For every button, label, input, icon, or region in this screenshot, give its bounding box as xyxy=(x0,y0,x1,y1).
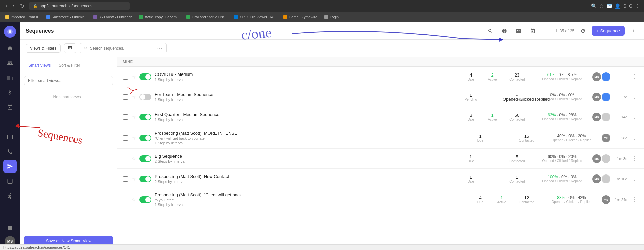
sequence-stats: 1 Due 15 Contacted 40% · 0% · 20% xyxy=(474,134,598,142)
row-checkbox[interactable] xyxy=(123,94,128,100)
calendar-button[interactable] xyxy=(527,26,538,36)
bookmark-imported[interactable]: Imported From IE xyxy=(3,14,42,20)
sidebar-item-deals[interactable] xyxy=(3,86,17,99)
sequence-toggle[interactable] xyxy=(139,155,151,162)
sequence-toggle[interactable] xyxy=(139,196,151,203)
row-checkbox[interactable] xyxy=(123,135,128,141)
search-box[interactable]: ⋯ xyxy=(80,43,167,53)
bookmark-360view[interactable]: 360 View - Outreach xyxy=(91,14,135,20)
row-star-icon[interactable]: ☆ xyxy=(132,74,136,80)
sequence-name[interactable]: Prospecting (Matt Scott): "Client will g… xyxy=(155,192,470,197)
extension-icon[interactable]: 📧 xyxy=(606,3,612,9)
back-button[interactable]: ‹ xyxy=(4,2,9,10)
sequence-menu[interactable]: ⋮ xyxy=(631,94,639,100)
sidebar-item-sequences[interactable] xyxy=(3,160,17,173)
refresh-button[interactable] xyxy=(578,26,588,36)
sequence-menu[interactable]: ⋮ xyxy=(631,176,639,182)
sequence-name[interactable]: Big Sequence xyxy=(155,154,461,159)
sequence-time: 1m 3d xyxy=(614,157,627,161)
address-bar[interactable]: 🔒 app2a.outreach.io/sequences xyxy=(29,2,130,10)
stat-due: 1 Pending xyxy=(464,93,478,101)
search-input[interactable] xyxy=(90,46,155,51)
bookmark-xlsx[interactable]: XLSX File viewer | M... xyxy=(231,14,279,20)
bookmark-icon-login xyxy=(324,15,328,19)
reload-button[interactable]: ↻ xyxy=(18,2,26,10)
sequence-toggle[interactable] xyxy=(139,94,151,100)
mail-button[interactable] xyxy=(513,26,524,36)
menu-icon[interactable]: ⋮ xyxy=(635,3,640,9)
sidebar-item-monitor[interactable] xyxy=(3,130,17,144)
row-checkbox[interactable] xyxy=(123,156,128,161)
row-star-icon[interactable]: ☆ xyxy=(132,156,136,161)
search-button[interactable] xyxy=(485,26,496,36)
grid-view-button[interactable] xyxy=(64,43,76,53)
bookmark-zymewire[interactable]: Home | Zymewire xyxy=(281,14,320,20)
stat-due: 8 Due xyxy=(464,113,478,121)
sidebar-item-snippets[interactable] xyxy=(3,189,17,203)
row-star-icon[interactable]: ☆ xyxy=(132,114,136,120)
row-star-icon[interactable]: ☆ xyxy=(132,197,136,202)
sequence-name[interactable]: Prospecting (Matt Scott): New Contact xyxy=(155,174,461,179)
avatar-ms: MS xyxy=(592,93,601,101)
bookmark-static[interactable]: static_copy_Decem... xyxy=(136,14,182,20)
stat-contacted: 5 Contacted xyxy=(507,154,527,163)
tab-smart-views[interactable]: Smart Views xyxy=(24,61,55,70)
row-star-icon[interactable]: ☆ xyxy=(132,176,136,182)
help-button[interactable] xyxy=(499,26,510,36)
bookmark-icon-xlsx xyxy=(234,15,238,19)
row-checkbox[interactable] xyxy=(123,74,128,80)
sequence-menu[interactable]: ⋮ xyxy=(631,114,639,120)
sequence-toggle[interactable] xyxy=(139,135,151,141)
sequence-stats: 1 Due 5 Contacted 60% · 0% · 20% Open xyxy=(464,154,589,163)
row-checkbox[interactable] xyxy=(123,176,128,182)
sequence-name[interactable]: For Team - Medium Sequence xyxy=(155,92,461,97)
bookmark-login[interactable]: Login xyxy=(321,14,341,20)
sequence-name[interactable]: Prospecting (Matt Scott): MORE INTENSE xyxy=(155,131,470,136)
browser-bar: ‹ › ↻ 🔒 app2a.outreach.io/sequences 🔍 ☆ … xyxy=(0,0,644,12)
sequence-menu[interactable]: ⋮ xyxy=(631,196,639,203)
sequence-menu[interactable]: ⋮ xyxy=(631,135,639,141)
search-icon[interactable]: 🔍 xyxy=(591,3,597,9)
sequence-toggle[interactable] xyxy=(139,114,151,120)
row-checkbox[interactable] xyxy=(123,114,128,120)
browser-nav[interactable]: ‹ › ↻ xyxy=(4,2,26,10)
new-sequence-button[interactable]: + Sequence xyxy=(592,26,625,36)
sequence-menu[interactable]: ⋮ xyxy=(631,155,639,162)
bookmark-icon[interactable]: ☆ xyxy=(599,3,604,9)
skype-icon[interactable]: S xyxy=(623,3,626,9)
settings-button[interactable] xyxy=(541,26,552,36)
avatar-icon[interactable]: 👤 xyxy=(615,3,621,9)
g-icon[interactable]: G xyxy=(629,3,633,9)
bookmark-oral[interactable]: Oral and Sterile List... xyxy=(184,14,230,20)
forward-button[interactable]: › xyxy=(11,2,16,10)
sequence-name[interactable]: First Quarter - Medium Sequence xyxy=(155,112,461,117)
views-filters-button[interactable]: Views & Filters xyxy=(26,44,61,53)
avatar-ms: MS xyxy=(602,195,610,204)
bookmark-salesforce[interactable]: Salesforce - Unlimit... xyxy=(44,14,90,20)
sequence-toggle[interactable] xyxy=(139,73,151,80)
sidebar-item-templates[interactable] xyxy=(3,174,17,188)
tab-sort-filter[interactable]: Sort & Filter xyxy=(55,61,84,70)
stat-active: 1 Active xyxy=(495,195,508,204)
sequence-row: ☆ Prospecting (Matt Scott): "Client will… xyxy=(117,189,644,210)
sidebar-item-home[interactable] xyxy=(3,42,17,55)
sequence-toggle[interactable] xyxy=(139,176,151,182)
sidebar-item-calendar[interactable] xyxy=(3,101,17,114)
sidebar-item-tasks[interactable] xyxy=(3,115,17,129)
app-logo[interactable] xyxy=(4,26,16,38)
sidebar-item-analytics[interactable] xyxy=(3,221,17,235)
smart-views-filter-input[interactable] xyxy=(24,76,113,85)
sidebar-item-accounts[interactable] xyxy=(3,71,17,85)
search-options-icon[interactable]: ⋯ xyxy=(157,45,162,51)
svg-rect-2 xyxy=(8,179,12,184)
sequence-menu[interactable]: ⋮ xyxy=(631,73,639,80)
row-star-icon[interactable]: ☆ xyxy=(132,135,136,141)
row-star-icon[interactable]: ☆ xyxy=(132,94,136,100)
sidebar-item-contacts[interactable] xyxy=(3,56,17,70)
sidebar-item-phone[interactable] xyxy=(3,145,17,158)
expand-button[interactable]: + xyxy=(628,26,639,36)
status-url: https://app2a.outreach.io/sequences/141 xyxy=(3,245,70,249)
row-checkbox[interactable] xyxy=(123,197,128,202)
sequence-name[interactable]: COVID19 - Medium xyxy=(155,72,461,77)
stat-rates: 100% · 0% · 0% Opened / Clicked / Replie… xyxy=(535,174,589,183)
